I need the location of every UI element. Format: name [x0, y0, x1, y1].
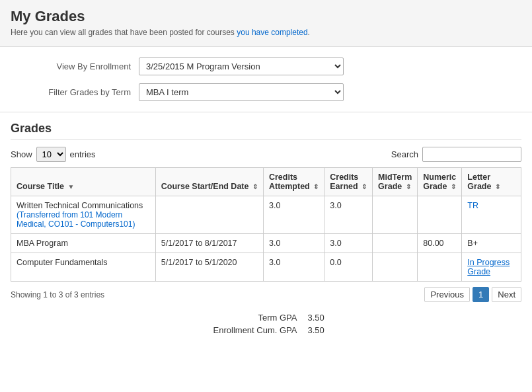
table-controls: Show 10 25 50 entries Search	[11, 147, 521, 162]
search-input[interactable]	[422, 147, 521, 162]
subtitle-link[interactable]: you have completed	[237, 28, 307, 37]
sort-icon-numeric: ⇕	[451, 183, 456, 190]
enrollment-select[interactable]: 3/25/2015 M Program Version	[139, 58, 344, 75]
term-label: Filter Grades by Term	[26, 87, 139, 97]
cell-numeric-2	[418, 253, 462, 282]
cell-credits-earned-1: 3.0	[324, 234, 373, 253]
page-subtitle: Here you can view all grades that have b…	[11, 28, 521, 37]
page-title: My Grades	[11, 8, 521, 25]
term-filter-row: Filter Grades by Term MBA I term All Ter…	[26, 83, 506, 101]
cell-midterm-0	[373, 196, 418, 234]
sort-icon-attempted: ⇕	[313, 183, 319, 190]
term-gpa-value: 3.50	[308, 313, 348, 323]
term-gpa-label: Term GPA	[185, 313, 297, 323]
search-label: Search	[391, 149, 418, 159]
cell-course-title-0: Written Technical Communications(Transfe…	[11, 196, 156, 234]
enrollment-filter-row: View By Enrollment 3/25/2015 M Program V…	[26, 58, 506, 75]
grades-section: Grades Show 10 25 50 entries Search Cour…	[0, 112, 532, 347]
cell-course-title-2: Computer Fundamentals	[11, 253, 156, 282]
grades-table: Course Title ▼ Course Start/End Date ⇕ C…	[11, 167, 521, 282]
term-gpa-row: Term GPA 3.50	[167, 313, 365, 323]
col-letter-grade[interactable]: LetterGrade ⇕	[462, 168, 521, 196]
enrollment-gpa-label: Enrollment Cum. GPA	[185, 325, 297, 335]
cell-letter-0: TR	[462, 196, 521, 234]
col-credits-earned[interactable]: CreditsEarned ⇕	[324, 168, 373, 196]
filters-section: View By Enrollment 3/25/2015 M Program V…	[0, 47, 532, 112]
sort-icon-course: ▼	[68, 183, 75, 190]
cell-letter-2[interactable]: In Progress Grade	[462, 253, 521, 282]
cell-credits-attempted-1: 3.0	[263, 234, 324, 253]
page-1-button[interactable]: 1	[473, 287, 489, 302]
cell-midterm-2	[373, 253, 418, 282]
page-header: My Grades Here you can view all grades t…	[0, 0, 532, 47]
grades-title: Grades	[11, 122, 521, 140]
sort-icon-letter: ⇕	[495, 183, 500, 190]
col-credits-attempted[interactable]: CreditsAttempted ⇕	[263, 168, 324, 196]
cell-course-title-1: MBA Program	[11, 234, 156, 253]
enrollment-gpa-row: Enrollment Cum. GPA 3.50	[167, 325, 365, 335]
cell-date-0	[155, 196, 263, 234]
table-row: Written Technical Communications(Transfe…	[11, 196, 521, 234]
cell-numeric-0	[418, 196, 462, 234]
col-course-title[interactable]: Course Title ▼	[11, 168, 156, 196]
cell-numeric-1: 80.00	[418, 234, 462, 253]
sort-icon-earned: ⇕	[361, 183, 367, 190]
gpa-section: Term GPA 3.50 Enrollment Cum. GPA 3.50	[11, 313, 521, 338]
letter-grade-tr-0: TR	[467, 201, 478, 210]
col-numeric-grade[interactable]: NumericGrade ⇕	[418, 168, 462, 196]
cell-credits-earned-0: 3.0	[324, 196, 373, 234]
subtitle-end: .	[308, 28, 310, 37]
col-start-end-date[interactable]: Course Start/End Date ⇕	[155, 168, 263, 196]
search-box: Search	[391, 147, 521, 162]
cell-date-1: 5/1/2017 to 8/1/2017	[155, 234, 263, 253]
table-row: Computer Fundamentals5/1/2017 to 5/1/202…	[11, 253, 521, 282]
cell-credits-attempted-0: 3.0	[263, 196, 324, 234]
show-label: Show	[11, 149, 32, 159]
prev-button[interactable]: Previous	[424, 287, 470, 302]
enrollment-gpa-value: 3.50	[308, 325, 348, 335]
cell-credits-attempted-2: 3.0	[263, 253, 324, 282]
next-button[interactable]: Next	[492, 287, 521, 302]
sort-icon-midterm: ⇕	[406, 183, 411, 190]
col-midterm-grade[interactable]: MidTermGrade ⇕	[373, 168, 418, 196]
table-header-row: Course Title ▼ Course Start/End Date ⇕ C…	[11, 168, 521, 196]
show-entries: Show 10 25 50 entries	[11, 147, 96, 162]
table-footer: Showing 1 to 3 of 3 entries Previous 1 N…	[11, 287, 521, 302]
showing-text: Showing 1 to 3 of 3 entries	[11, 290, 104, 299]
pagination: Previous 1 Next	[424, 287, 521, 302]
cell-date-2: 5/1/2017 to 5/1/2020	[155, 253, 263, 282]
sort-icon-date: ⇕	[252, 183, 258, 190]
cell-credits-earned-2: 0.0	[324, 253, 373, 282]
enrollment-label: View By Enrollment	[26, 61, 139, 71]
term-select[interactable]: MBA I term All Terms	[139, 83, 344, 101]
subtitle-plain: Here you can view all grades that have b…	[11, 28, 237, 37]
cell-midterm-1	[373, 234, 418, 253]
cell-letter-1: B+	[462, 234, 521, 253]
entries-label: entries	[70, 149, 96, 159]
entries-select[interactable]: 10 25 50	[36, 147, 66, 162]
letter-grade-link-2[interactable]: In Progress Grade	[467, 258, 510, 276]
table-row: MBA Program5/1/2017 to 8/1/20173.03.080.…	[11, 234, 521, 253]
